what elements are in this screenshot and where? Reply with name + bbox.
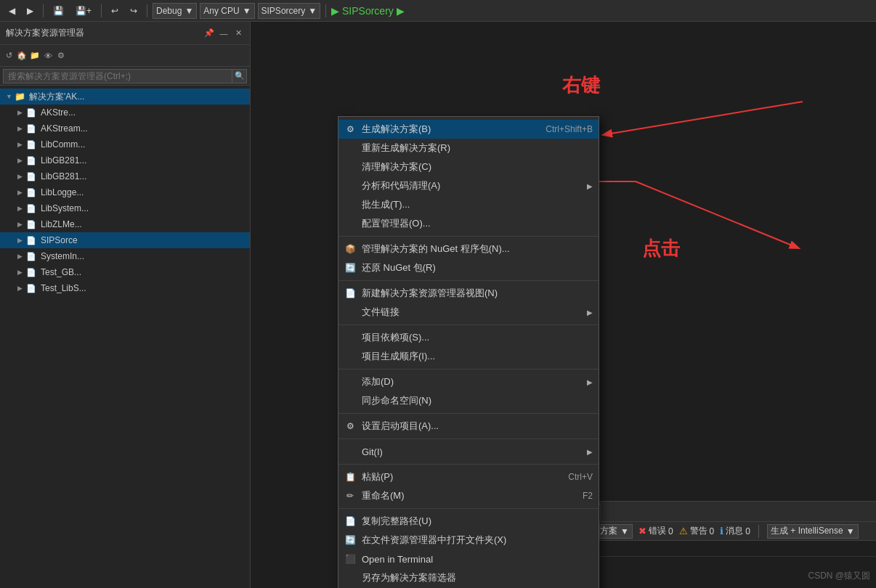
item-label: LibSystem... <box>41 203 89 213</box>
menu-label: 新建解决方案资源管理器视图(N) <box>362 287 498 300</box>
menu-item-restore-nuget[interactable]: 🔄 还原 NuGet 包(R) <box>338 258 599 277</box>
pin-btn[interactable]: 📌 <box>203 28 215 39</box>
menu-item-rename[interactable]: ✏ 重命名(M) F2 <box>338 486 599 505</box>
restore-nuget-icon: 🔄 <box>344 262 356 274</box>
build-label: 生成 + IntelliSense <box>771 525 843 537</box>
item-label: AKStre... <box>41 107 76 118</box>
paste-icon: 📋 <box>344 471 356 483</box>
debug-dropdown[interactable]: Debug ▼ <box>153 3 197 19</box>
list-item[interactable]: ▶ 📄 LibGB281... <box>0 168 250 184</box>
menu-item-config[interactable]: 配置管理器(O)... <box>338 214 599 233</box>
menu-item-file-link[interactable]: 文件链接 ▶ <box>338 303 599 322</box>
undo-btn[interactable]: ↩ <box>107 3 123 19</box>
menu-item-rebuild[interactable]: 重新生成解决方案(R) <box>338 139 599 158</box>
right-click-label: 右键 <box>562 74 600 96</box>
expand-icon: ▶ <box>17 221 26 228</box>
scope-arrow: ▼ <box>620 526 629 536</box>
item-label: SystemIn... <box>41 251 84 261</box>
sep4 <box>338 369 599 369</box>
menu-item-new-explorer[interactable]: 📄 新建解决方案资源管理器视图(N) <box>338 284 599 303</box>
menu-item-sync-ns[interactable]: 同步命名空间(N) <box>338 391 599 410</box>
menu-label: 管理解决方案的 NuGet 程序包(N)... <box>362 242 510 256</box>
menu-item-copy-path[interactable]: 📄 复制完整路径(U) <box>338 512 599 531</box>
error-label: 错误 <box>649 525 666 537</box>
menu-item-build-order[interactable]: 项目生成顺序(I)... <box>338 347 599 366</box>
list-item[interactable]: ▶ 📄 LibGB281... <box>0 152 250 168</box>
menu-item-clean[interactable]: 清理解决方案(C) <box>338 158 599 176</box>
project-icon: 📄 <box>26 156 38 166</box>
back-btn[interactable]: ◀ <box>4 3 20 19</box>
paste-shortcut: Ctrl+V <box>553 472 593 482</box>
menu-item-save-filter[interactable]: 另存为解决方案筛选器 <box>338 568 599 587</box>
project-icon: 📄 <box>26 268 38 277</box>
collapse-icon[interactable]: 📁 <box>29 50 41 62</box>
forward-btn[interactable]: ▶ <box>23 3 38 19</box>
main-area: 解决方案资源管理器 📌 — ✕ ↺ 🏠 📁 👁 ⚙ 🔍 ▼ 📁 解决方案'AK.… <box>0 22 876 588</box>
save-btn[interactable]: 💾 <box>49 3 68 19</box>
sep7 <box>338 464 599 465</box>
rename-icon: ✏ <box>344 490 356 502</box>
expand-icon: ▶ <box>17 141 26 148</box>
menu-item-open-explorer[interactable]: 🔄 在文件资源管理器中打开文件夹(X) <box>338 531 599 550</box>
list-item[interactable]: ▶ 📄 LibZLMe... <box>0 216 250 232</box>
solution-panel: 解决方案资源管理器 📌 — ✕ ↺ 🏠 📁 👁 ⚙ 🔍 ▼ 📁 解决方案'AK.… <box>0 22 251 588</box>
redo-btn[interactable]: ↪ <box>126 3 142 19</box>
watermark: CSDN @猿又圆 <box>808 570 870 582</box>
expand-icon: ▶ <box>17 189 26 196</box>
build-dropdown[interactable]: 生成 + IntelliSense ▼ <box>767 524 859 539</box>
menu-item-add[interactable]: 添加(D) ▶ <box>338 372 599 391</box>
list-item[interactable]: ▶ 📄 AKStream... <box>0 121 250 136</box>
build-shortcut: Ctrl+Shift+B <box>531 124 593 134</box>
expand-icon: ▶ <box>17 157 26 164</box>
list-item[interactable]: ▶ 📄 SystemIn... <box>0 248 250 264</box>
list-item[interactable]: ▶ 📄 LibLogge... <box>0 184 250 200</box>
solution-root-item[interactable]: ▼ 📁 解决方案'AK... <box>0 89 250 105</box>
list-item[interactable]: ▶ 📄 AKStre... <box>0 105 250 121</box>
minimize-btn[interactable]: — <box>218 28 230 39</box>
menu-label: 在文件资源管理器中打开文件夹(X) <box>362 534 506 547</box>
menu-item-startup[interactable]: ⚙ 设置启动项目(A)... <box>338 417 599 436</box>
list-item[interactable]: ▶ 📄 LibSystem... <box>0 200 250 216</box>
menu-item-build[interactable]: ⚙ 生成解决方案(B) Ctrl+Shift+B <box>338 120 599 139</box>
item-label: AKStream... <box>41 123 88 134</box>
info-num: 0 <box>745 526 750 536</box>
menu-item-project-deps[interactable]: 项目依赖项(S)... <box>338 328 599 347</box>
list-item[interactable]: ▶ 📄 Test_GB... <box>0 264 250 280</box>
show-all-icon[interactable]: 👁 <box>42 50 54 62</box>
project-arrow: ▼ <box>308 6 317 16</box>
project-dropdown[interactable]: SIPSorcery ▼ <box>258 3 321 19</box>
menu-item-analyze[interactable]: 分析和代码清理(A) ▶ <box>338 176 599 195</box>
menu-item-open-terminal[interactable]: ⬛ Open in Terminal <box>338 550 599 568</box>
nuget-icon: 📦 <box>344 243 356 255</box>
list-item[interactable]: ▶ 📄 LibComm... <box>0 136 250 152</box>
close-btn[interactable]: ✕ <box>232 28 244 39</box>
menu-item-paste[interactable]: 📋 粘贴(P) Ctrl+V <box>338 467 599 486</box>
search-input[interactable] <box>3 69 232 83</box>
project-icon: 📄 <box>26 140 38 150</box>
refresh-icon[interactable]: 🏠 <box>16 50 28 62</box>
error-count: ✖ 错误 0 <box>638 525 673 537</box>
svg-line-0 <box>607 102 803 134</box>
cpu-dropdown[interactable]: Any CPU ▼ <box>200 3 254 19</box>
list-item[interactable]: ▶ 📄 Test_LibS... <box>0 280 250 296</box>
menu-item-git[interactable]: Git(I) ▶ <box>338 442 599 461</box>
menu-item-batch[interactable]: 批生成(T)... <box>338 195 599 214</box>
menu-label: 文件链接 <box>362 306 400 319</box>
sep2 <box>758 525 759 538</box>
copy-path-icon: 📄 <box>344 515 356 527</box>
save-all-btn[interactable]: 💾+ <box>71 3 96 19</box>
project-icon: 📄 <box>26 220 38 229</box>
build-icon: ⚙ <box>344 123 356 135</box>
error-icon: ✖ <box>638 526 646 536</box>
menu-item-nuget[interactable]: 📦 管理解决方案的 NuGet 程序包(N)... <box>338 240 599 258</box>
warn-count: ⚠ 警告 0 <box>679 525 715 537</box>
item-label: LibLogge... <box>41 187 84 197</box>
debug-arrow: ▼ <box>184 6 193 16</box>
item-label: LibComm... <box>41 139 85 150</box>
run-button[interactable]: ▶ SIPSorcery ▶ <box>331 5 405 17</box>
search-icon-btn[interactable]: 🔍 <box>232 69 247 83</box>
list-item[interactable]: ▶ 📄 SIPSorce <box>0 232 250 248</box>
settings-icon[interactable]: ⚙ <box>55 50 67 62</box>
sync-icon[interactable]: ↺ <box>3 50 15 62</box>
cpu-arrow: ▼ <box>243 6 251 16</box>
